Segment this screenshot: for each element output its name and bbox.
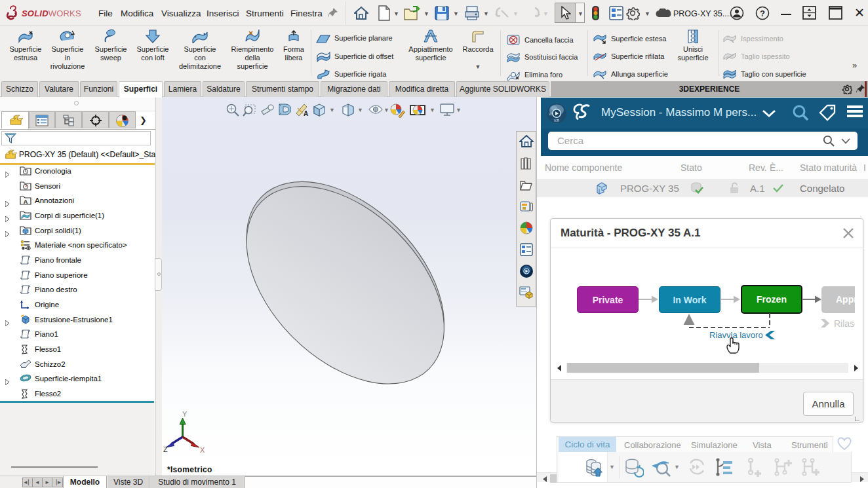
svg-text:A: A — [304, 110, 308, 117]
svg-text:3D: 3D — [549, 113, 553, 116]
svg-text:Y: Y — [182, 410, 187, 418]
svg-text:V.R: V.R — [554, 119, 560, 122]
svg-text:A: A — [24, 198, 28, 205]
svg-text:X: X — [200, 446, 205, 453]
svg-text:Z: Z — [163, 445, 168, 453]
svg-text:?: ? — [760, 9, 765, 18]
